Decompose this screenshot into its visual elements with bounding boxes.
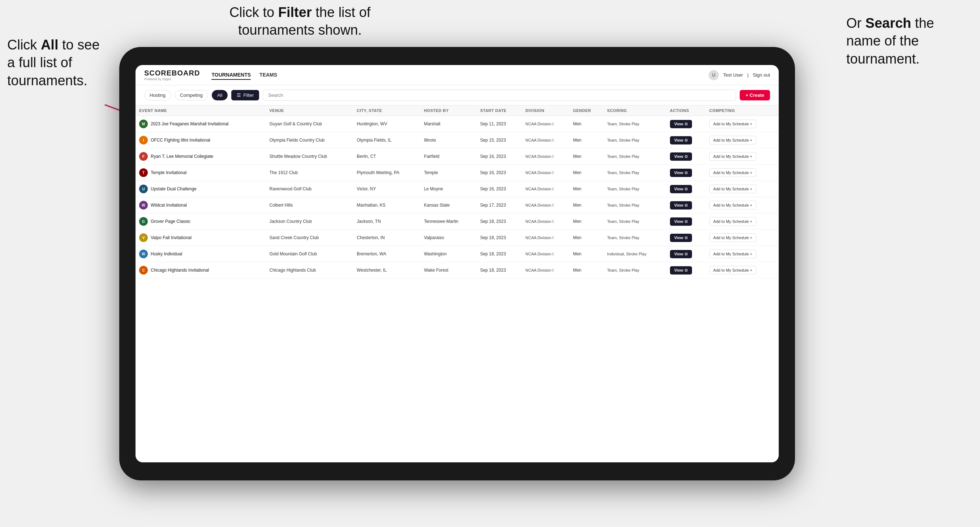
col-venue: VENUE [266, 105, 353, 116]
view-button-5[interactable]: View ⊙ [670, 201, 692, 210]
add-schedule-button-3[interactable]: Add to My Schedule + [710, 168, 756, 177]
scoring-cell-9: Team, Stroke Play [603, 262, 667, 278]
view-button-0[interactable]: View ⊙ [670, 120, 692, 128]
actions-cell-1: View ⊙ [667, 132, 706, 148]
hosted-by-cell-9: Wake Forest [420, 262, 477, 278]
gender-cell-5: Men [570, 197, 603, 213]
division-cell-1: NCAA Division I [522, 132, 570, 148]
competing-cell-5: Add to My Schedule + [706, 197, 779, 213]
event-name-cell-6: G Grover Page Classic [135, 213, 266, 230]
table-row: M 2023 Joe Feaganes Marshall Invitationa… [135, 116, 779, 132]
add-schedule-button-0[interactable]: Add to My Schedule + [710, 119, 756, 128]
venue-cell-4: Ravenwood Golf Club [266, 181, 353, 197]
actions-cell-7: View ⊙ [667, 230, 706, 246]
event-name-5: Wildcat Invitational [151, 203, 187, 208]
table-row: F Ryan T. Lee Memorial Collegiate Shuttl… [135, 148, 779, 165]
view-button-6[interactable]: View ⊙ [670, 217, 692, 226]
filter-icon-button[interactable]: ☰ Filter [231, 90, 259, 100]
table-row: C Chicago Highlands Invitational Chicago… [135, 262, 779, 278]
competing-cell-3: Add to My Schedule + [706, 165, 779, 181]
view-button-7[interactable]: View ⊙ [670, 234, 692, 242]
all-filter-btn[interactable]: All [212, 90, 228, 100]
hosted-by-cell-5: Kansas State [420, 197, 477, 213]
actions-cell-5: View ⊙ [667, 197, 706, 213]
table-row: T Temple Invitational The 1912 Club Plym… [135, 165, 779, 181]
division-cell-7: NCAA Division I [522, 230, 570, 246]
nav-tab-tournaments[interactable]: TOURNAMENTS [212, 70, 251, 80]
venue-cell-7: Sand Creek Country Club [266, 230, 353, 246]
logo-area: SCOREBOARD Powered by clippd [144, 69, 200, 81]
actions-cell-9: View ⊙ [667, 262, 706, 278]
header-right: U Test User | Sign out [709, 70, 770, 80]
city-state-cell-1: Olympia Fields, IL [353, 132, 420, 148]
annotation-top: Click to Filter the list oftournaments s… [210, 3, 390, 40]
col-start-date: START DATE [477, 105, 522, 116]
create-button[interactable]: + Create [740, 90, 770, 100]
col-scoring: SCORING [603, 105, 667, 116]
event-name-4: Upstate Dual Challenge [151, 186, 197, 191]
view-button-1[interactable]: View ⊙ [670, 136, 692, 144]
venue-cell-5: Colbert Hills [266, 197, 353, 213]
hosting-filter-btn[interactable]: Hosting [144, 90, 171, 100]
table-row: W Husky Individual Gold Mountain Golf Cl… [135, 246, 779, 262]
division-cell-2: NCAA Division I [522, 148, 570, 165]
add-schedule-button-8[interactable]: Add to My Schedule + [710, 249, 756, 258]
hosted-by-cell-0: Marshall [420, 116, 477, 132]
team-logo-7: V [139, 233, 148, 242]
view-button-8[interactable]: View ⊙ [670, 250, 692, 258]
start-date-cell-9: Sep 18, 2023 [477, 262, 522, 278]
event-name-cell-1: I OFCC Fighting Illini Invitational [135, 132, 266, 148]
city-state-cell-2: Berlin, CT [353, 148, 420, 165]
add-schedule-button-5[interactable]: Add to My Schedule + [710, 201, 756, 210]
competing-filter-btn[interactable]: Competing [175, 90, 208, 100]
gender-cell-1: Men [570, 132, 603, 148]
add-schedule-button-6[interactable]: Add to My Schedule + [710, 217, 756, 226]
actions-cell-8: View ⊙ [667, 246, 706, 262]
gender-cell-2: Men [570, 148, 603, 165]
hosted-by-cell-8: Washington [420, 246, 477, 262]
event-name-cell-0: M 2023 Joe Feaganes Marshall Invitationa… [135, 116, 266, 132]
search-input[interactable] [263, 90, 736, 101]
tablet-screen: SCOREBOARD Powered by clippd TOURNAMENTS… [135, 65, 779, 462]
add-schedule-button-7[interactable]: Add to My Schedule + [710, 233, 756, 242]
competing-cell-7: Add to My Schedule + [706, 230, 779, 246]
tournament-table: EVENT NAME VENUE CITY, STATE HOSTED BY S… [135, 105, 779, 278]
start-date-cell-5: Sep 17, 2023 [477, 197, 522, 213]
venue-cell-9: Chicago Highlands Club [266, 262, 353, 278]
start-date-cell-0: Sep 11, 2023 [477, 116, 522, 132]
view-button-2[interactable]: View ⊙ [670, 152, 692, 161]
add-schedule-button-4[interactable]: Add to My Schedule + [710, 184, 756, 193]
division-cell-5: NCAA Division I [522, 197, 570, 213]
event-name-3: Temple Invitational [151, 170, 186, 175]
event-name-cell-3: T Temple Invitational [135, 165, 266, 181]
view-button-4[interactable]: View ⊙ [670, 185, 692, 193]
annotation-left: Click All to see a full list of tourname… [7, 36, 101, 90]
col-hosted-by: HOSTED BY [420, 105, 477, 116]
actions-cell-6: View ⊙ [667, 213, 706, 230]
city-state-cell-7: Chesterton, IN [353, 230, 420, 246]
view-button-9[interactable]: View ⊙ [670, 266, 692, 275]
add-schedule-button-9[interactable]: Add to My Schedule + [710, 266, 756, 275]
view-button-3[interactable]: View ⊙ [670, 169, 692, 177]
add-schedule-button-1[interactable]: Add to My Schedule + [710, 136, 756, 144]
gender-cell-0: Men [570, 116, 603, 132]
nav-tabs: TOURNAMENTS TEAMS [212, 70, 709, 80]
competing-cell-9: Add to My Schedule + [706, 262, 779, 278]
start-date-cell-1: Sep 15, 2023 [477, 132, 522, 148]
team-logo-0: M [139, 119, 148, 128]
add-schedule-button-2[interactable]: Add to My Schedule + [710, 152, 756, 161]
user-avatar: U [709, 70, 719, 80]
scoring-cell-1: Team, Stroke Play [603, 132, 667, 148]
event-name-0: 2023 Joe Feaganes Marshall Invitational [151, 121, 228, 126]
nav-tab-teams[interactable]: TEAMS [259, 70, 277, 80]
table-row: V Valpo Fall Invitational Sand Creek Cou… [135, 230, 779, 246]
event-name-cell-4: U Upstate Dual Challenge [135, 181, 266, 197]
scoring-cell-8: Individual, Stroke Play [603, 246, 667, 262]
actions-cell-2: View ⊙ [667, 148, 706, 165]
division-cell-0: NCAA Division I [522, 116, 570, 132]
start-date-cell-2: Sep 16, 2023 [477, 148, 522, 165]
team-logo-6: G [139, 217, 148, 226]
hosted-by-cell-4: Le Moyne [420, 181, 477, 197]
col-event-name: EVENT NAME [135, 105, 266, 116]
sign-out-link[interactable]: Sign out [753, 72, 770, 78]
